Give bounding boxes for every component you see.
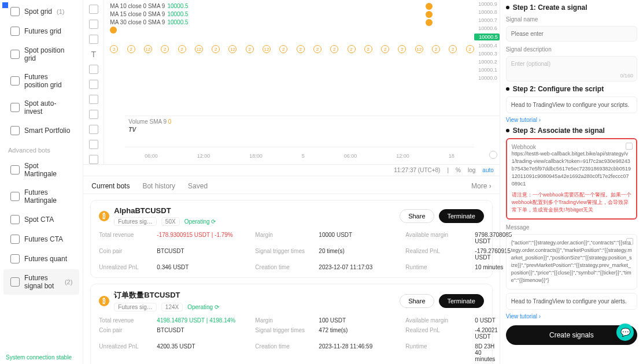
- share-button[interactable]: Share: [400, 294, 434, 308]
- creation-time-value: 2023-12-07 11:17:03: [319, 264, 400, 270]
- signal-marker-icon[interactable]: 2: [466, 45, 474, 53]
- sidebar-item-futures-quant[interactable]: Futures quant: [3, 250, 79, 268]
- x-tick: 12:00: [396, 153, 409, 159]
- chart-x-axis[interactable]: 06:0012:0018:00506:0012:0018: [125, 147, 474, 164]
- signal-marker-icon[interactable]: 2: [127, 45, 135, 53]
- signal-marker-icon[interactable]: 12: [228, 45, 236, 53]
- runtime-value: 8D 23H 40 minutes: [475, 343, 497, 362]
- signal-marker-icon[interactable]: 2: [348, 45, 356, 53]
- signal-marker-icon[interactable]: 2: [297, 45, 305, 53]
- sidebar-item-futures-signal-bot[interactable]: Futures signal bot (2): [3, 269, 79, 295]
- realized-pnl-value: -4.20021 USDT: [475, 327, 497, 340]
- sidebar-item-label: Spot position grid: [24, 46, 72, 62]
- tab-current-bots[interactable]: Current bots: [91, 182, 130, 190]
- draw-icon[interactable]: [89, 140, 98, 149]
- sidebar-item-futures-martingale[interactable]: Futures Martingale: [3, 184, 79, 209]
- signal-desc-label: Signal description: [506, 46, 637, 53]
- view-tutorial-link-1[interactable]: View tutorial: [506, 117, 637, 123]
- label: Runtime: [405, 264, 469, 270]
- label: Signal trigger times: [255, 327, 313, 340]
- close-indicator-icon[interactable]: [426, 3, 433, 10]
- ma-value: 10000.5: [167, 2, 188, 10]
- signal-name-input[interactable]: [506, 26, 637, 42]
- sidebar-item-spot-cta[interactable]: Spot CTA: [3, 210, 79, 229]
- percent-toggle[interactable]: %: [456, 167, 461, 173]
- label: Coin pair: [99, 248, 151, 261]
- bot-leverage-chip: 124X: [161, 303, 183, 311]
- log-toggle[interactable]: log: [468, 167, 475, 173]
- message-box: {"action":"{{strategy.order.action}}","c…: [506, 234, 637, 289]
- signal-marker-icon[interactable]: 2: [330, 45, 338, 53]
- zoom-icon[interactable]: [89, 110, 98, 119]
- copy-icon[interactable]: [626, 238, 633, 245]
- signal-desc-input[interactable]: Enter (optional) 0/160: [506, 56, 637, 81]
- ma-label: MA 30 close 0 SMA 9: [110, 18, 165, 27]
- bot-leverage-chip: 50X: [161, 217, 180, 226]
- sidebar-item-spot-martingale[interactable]: Spot Martingale: [3, 157, 79, 183]
- x-tick: 5: [302, 153, 305, 159]
- trendline-icon[interactable]: [89, 20, 98, 29]
- lock-icon[interactable]: [89, 155, 98, 164]
- view-tutorial-link-2[interactable]: View tutorial: [506, 313, 637, 320]
- x-tick: 06:00: [145, 153, 158, 159]
- auto-toggle[interactable]: auto: [482, 167, 493, 173]
- ma-value: 10000.5: [167, 18, 188, 27]
- crosshair-icon[interactable]: [89, 5, 98, 14]
- magnet-icon[interactable]: [89, 125, 98, 134]
- terminate-button[interactable]: Terminate: [439, 209, 484, 223]
- sidebar-item-spot-position-grid[interactable]: Spot position grid: [3, 42, 79, 67]
- signal-marker-icon[interactable]: 2: [398, 45, 406, 53]
- forecast-icon[interactable]: [89, 80, 98, 89]
- sidebar-item-spot-auto-invest[interactable]: Spot auto-invest: [3, 95, 79, 120]
- sidebar-item-label: Futures quant: [24, 255, 67, 263]
- signal-marker-icon[interactable]: 2: [449, 45, 457, 53]
- invest-icon: [10, 103, 20, 112]
- text-tool-icon[interactable]: T: [89, 50, 98, 59]
- label: Total revenue: [99, 232, 151, 244]
- sidebar-item-spot-grid[interactable]: Spot grid (1): [3, 2, 79, 21]
- signal-marker-icon[interactable]: 2: [212, 45, 220, 53]
- chart-plot-area[interactable]: MA 10 close 0 SMA 9 10000.5 MA 15 close …: [104, 0, 499, 164]
- fib-icon[interactable]: [89, 35, 98, 44]
- collapse-icon[interactable]: [110, 27, 117, 34]
- share-button[interactable]: Share: [400, 209, 434, 223]
- signal-marker-icon[interactable]: 2: [161, 45, 169, 53]
- chart-settings-icon[interactable]: [489, 151, 497, 159]
- signal-marker-icon[interactable]: 2: [313, 45, 322, 53]
- sidebar-item-futures-grid[interactable]: Futures grid: [3, 22, 79, 40]
- tab-bot-history[interactable]: Bot history: [142, 182, 175, 190]
- signal-marker-icon[interactable]: 2: [178, 45, 186, 53]
- close-indicator-icon[interactable]: [426, 19, 433, 26]
- system-status: System connection stable: [6, 354, 72, 361]
- copy-icon[interactable]: [626, 143, 633, 150]
- x-tick: 18: [449, 153, 454, 159]
- signal-marker-icon[interactable]: 12: [144, 45, 152, 53]
- app-indicator: [2, 2, 8, 8]
- pattern-icon[interactable]: [89, 65, 98, 74]
- signal-marker-icon[interactable]: 2: [246, 45, 254, 53]
- signal-marker-icon[interactable]: 12: [195, 45, 203, 53]
- x-tick: 18:00: [249, 153, 263, 159]
- terminate-button[interactable]: Terminate: [439, 294, 484, 308]
- martingale-icon: [10, 192, 20, 201]
- bots-more-link[interactable]: More ›: [471, 182, 492, 190]
- signal-marker-icon[interactable]: 2: [432, 45, 440, 53]
- ruler-icon[interactable]: [89, 95, 98, 104]
- label: Realized PnL: [405, 327, 469, 340]
- tab-saved[interactable]: Saved: [188, 182, 208, 190]
- signal-marker-icon[interactable]: 2: [364, 45, 372, 53]
- sidebar-item-smart-portfolio[interactable]: Smart Portfolio: [3, 121, 79, 140]
- sidebar-item-futures-position-grid[interactable]: Futures position grid: [3, 68, 79, 94]
- signal-marker-icon[interactable]: 12: [415, 45, 423, 53]
- center-pane: T MA 10 close 0 SMA 9 10000.5 MA: [83, 0, 500, 364]
- sidebar-item-futures-cta[interactable]: Futures CTA: [3, 230, 79, 248]
- y-tick: 10000.3: [474, 51, 500, 57]
- creation-time-value: 2023-11-28 11:46:59: [319, 343, 400, 362]
- coin-icon: ₿: [99, 211, 109, 221]
- close-indicator-icon[interactable]: [426, 11, 433, 18]
- signal-marker-icon[interactable]: 2: [110, 45, 118, 53]
- signal-marker-icon[interactable]: 12: [263, 45, 271, 53]
- signal-marker-icon[interactable]: 2: [381, 45, 389, 53]
- signal-marker-icon[interactable]: 2: [279, 45, 287, 53]
- chat-support-button[interactable]: 💬: [616, 324, 634, 341]
